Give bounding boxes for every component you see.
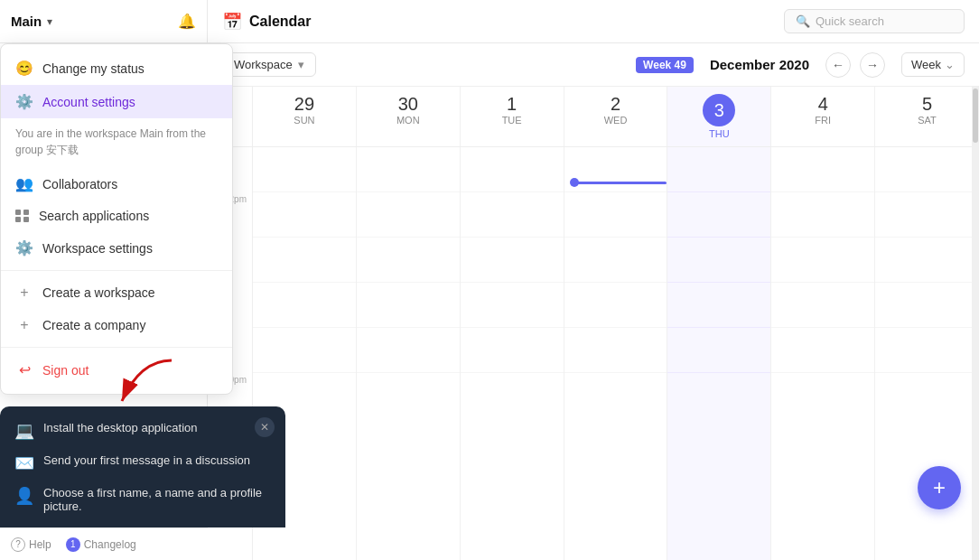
changelog-btn[interactable]: 1 Changelog — [66, 537, 136, 552]
event-line — [577, 182, 667, 184]
sign-out-icon: ↩ — [15, 361, 33, 378]
view-select[interactable]: Week ⌄ — [901, 52, 965, 77]
day-header-wed: 2 Wed — [564, 87, 668, 146]
week-badge: Week 49 — [636, 57, 694, 73]
day-num-wed: 2 — [568, 94, 664, 115]
view-chevron: ⌄ — [945, 58, 955, 71]
notif-message-text: Send your first message in a discussion — [43, 453, 250, 467]
calendar-title: Calendar — [249, 14, 311, 30]
desktop-icon: 💻 — [14, 421, 34, 441]
account-settings-label: Account settings — [42, 95, 135, 109]
change-status-item[interactable]: 😊 Change my status — [1, 51, 232, 85]
arrow-indicator — [104, 351, 185, 417]
day-header-thu: 3 Thu — [667, 87, 771, 146]
search-box[interactable]: 🔍 Quick search — [784, 9, 965, 33]
calendar-area: Workspace ▾ Week 49 December 2020 ← → We… — [208, 43, 979, 560]
collaborators-icon: 👥 — [15, 175, 33, 192]
day-header-sun: 29 Sun — [253, 87, 357, 146]
divider-1 — [1, 270, 232, 271]
status-icon: 😊 — [15, 60, 33, 77]
notif-profile-text: Choose a first name, a name and a profil… — [43, 486, 271, 513]
changelog-badge: 1 — [66, 537, 80, 552]
time-grid: 2pm 10pm — [208, 147, 979, 560]
next-btn[interactable]: → — [860, 52, 885, 78]
footer: ? Help 1 Changelog — [0, 527, 208, 560]
notif-item-message: ✉️ Send your first message in a discussi… — [14, 453, 271, 473]
create-company-icon: + — [15, 317, 33, 333]
calendar-icon: 📅 — [222, 12, 242, 32]
day-num-thu: 3 — [703, 94, 735, 126]
help-btn[interactable]: ? Help — [11, 537, 51, 552]
settings-icon: ⚙️ — [15, 93, 33, 110]
workspace-btn-chevron: ▾ — [298, 58, 304, 71]
workspace-btn-label: Workspace — [234, 58, 293, 71]
day-num-tue: 1 — [464, 94, 560, 115]
message-icon: ✉️ — [14, 453, 34, 473]
day-name-wed: Wed — [568, 115, 664, 126]
day-header-sat: 5 Sat — [875, 87, 979, 146]
search-apps-icon — [15, 210, 30, 222]
create-company-label: Create a company — [42, 318, 145, 332]
create-workspace-label: Create a workspace — [42, 285, 155, 300]
account-settings-item[interactable]: ⚙️ Account settings — [1, 85, 232, 118]
view-label: Week — [911, 58, 941, 71]
create-workspace-icon: + — [15, 285, 33, 301]
changelog-label: Changelog — [84, 538, 136, 551]
calendar-grid: 29 Sun 30 Mon 1 Tue 2 Wed — [208, 87, 979, 560]
day-name-sun: Sun — [256, 115, 352, 126]
search-apps-label: Search applications — [39, 209, 149, 223]
day-header-tue: 1 Tue — [461, 87, 564, 146]
day-name-tue: Tue — [464, 115, 560, 126]
help-icon: ? — [11, 537, 25, 552]
fab-icon: + — [933, 475, 946, 500]
day-name-fri: Fri — [775, 115, 871, 126]
dropdown-menu: 😊 Change my status ⚙️ Account settings Y… — [0, 43, 233, 395]
day-name-thu: Thu — [671, 128, 767, 139]
col-thu[interactable] — [667, 147, 771, 560]
search-apps-item[interactable]: Search applications — [1, 201, 232, 231]
day-name-sat: Sat — [879, 115, 975, 126]
change-status-label: Change my status — [42, 61, 145, 76]
notif-desktop-text: Install the desktop application — [43, 421, 198, 434]
workspace-info: You are in the workspace Main from the g… — [1, 118, 232, 167]
create-workspace-item[interactable]: + Create a workspace — [1, 276, 232, 309]
col-fri[interactable] — [771, 147, 875, 560]
calendar-nav: Workspace ▾ Week 49 December 2020 ← → We… — [208, 43, 979, 87]
month-label: December 2020 — [710, 57, 809, 72]
notif-item-profile: 👤 Choose a first name, a name and a prof… — [14, 486, 271, 513]
search-icon: 🔍 — [796, 14, 810, 28]
days-header: 29 Sun 30 Mon 1 Tue 2 Wed — [208, 87, 979, 147]
search-text: Quick search — [816, 14, 884, 28]
create-company-item[interactable]: + Create a company — [1, 309, 232, 341]
notification-popup: ✕ 💻 Install the desktop application ✉️ S… — [0, 406, 285, 527]
collaborators-label: Collaborators — [42, 177, 117, 191]
day-name-mon: Mon — [360, 115, 456, 126]
prev-btn[interactable]: ← — [825, 52, 851, 78]
workspace-chevron: ▾ — [47, 15, 52, 28]
workspace-title: Main — [11, 14, 42, 29]
day-header-fri: 4 Fri — [771, 87, 875, 146]
col-wed[interactable] — [564, 147, 668, 560]
scrollbar-right[interactable] — [972, 87, 979, 560]
scrollbar-thumb — [973, 89, 978, 143]
notif-close-btn[interactable]: ✕ — [255, 417, 275, 437]
day-header-mon: 30 Mon — [357, 87, 461, 146]
day-num-sat: 5 — [879, 94, 975, 115]
divider-2 — [1, 347, 232, 348]
day-num-fri: 4 — [775, 94, 871, 115]
workspace-dropdown-btn[interactable]: Workspace ▾ — [222, 52, 316, 77]
day-num-mon: 30 — [360, 94, 456, 115]
help-label: Help — [29, 538, 51, 551]
day-num-sun: 29 — [256, 94, 352, 115]
workspace-settings-icon: ⚙️ — [15, 239, 33, 257]
workspace-header[interactable]: Main ▾ 🔔 — [0, 0, 208, 42]
profile-icon: 👤 — [14, 486, 34, 506]
col-mon[interactable] — [357, 147, 461, 560]
bell-icon[interactable]: 🔔 — [178, 13, 196, 30]
col-tue[interactable] — [461, 147, 564, 560]
workspace-settings-label: Workspace settings — [42, 241, 153, 256]
collaborators-item[interactable]: 👥 Collaborators — [1, 167, 232, 201]
fab-button[interactable]: + — [918, 466, 961, 509]
workspace-settings-item[interactable]: ⚙️ Workspace settings — [1, 231, 232, 265]
sign-out-label: Sign out — [42, 363, 89, 378]
